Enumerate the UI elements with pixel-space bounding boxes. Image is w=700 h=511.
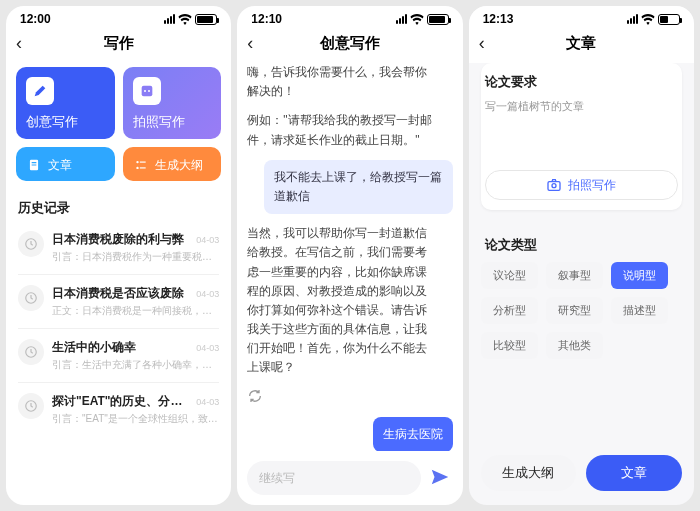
history-time: 04-03 <box>196 289 219 299</box>
svg-rect-8 <box>140 162 146 163</box>
page-title: 写作 <box>104 34 134 53</box>
chat-input[interactable]: 继续写 <box>247 461 420 495</box>
signal-icon <box>396 14 407 24</box>
header: ‹ 创意写作 <box>237 28 462 63</box>
type-chip[interactable]: 比较型 <box>481 332 538 359</box>
clock-icon <box>18 339 44 365</box>
card-article[interactable]: 文章 <box>16 147 115 181</box>
history-time: 04-03 <box>196 343 219 353</box>
clock: 12:10 <box>251 12 282 26</box>
type-chip[interactable]: 分析型 <box>481 297 538 324</box>
send-icon[interactable] <box>429 466 453 490</box>
requirements-card: 论文要求 写一篇植树节的文章 拍照写作 <box>481 63 682 210</box>
type-chip[interactable]: 说明型 <box>611 262 668 289</box>
wifi-icon <box>641 14 655 25</box>
user-message: 生病去医院 <box>373 417 453 451</box>
card-creative-writing[interactable]: 创意写作 <box>16 67 115 139</box>
history-time: 04-03 <box>196 397 219 407</box>
header: ‹ 文章 <box>469 28 694 63</box>
requirements-label: 论文要求 <box>485 73 678 91</box>
ai-icon <box>133 77 161 105</box>
card-label: 生成大纲 <box>155 157 203 174</box>
history-title: 日本消费税是否应该废除 <box>52 285 184 302</box>
screen-creative-chat: 12:10 ‹ 创意写作 嗨，告诉我你需要什么，我会帮你解决的！ 例如："请帮我… <box>237 6 462 505</box>
history-item[interactable]: 日本消费税废除的利与弊04-03 引言：日本消费税作为一种重要税收方式， <box>18 221 219 275</box>
screen-article-form: 12:13 ‹ 文章 论文要求 写一篇植树节的文章 拍照写作 论文类型 议论型 … <box>469 6 694 505</box>
svg-point-1 <box>144 90 146 92</box>
history-item[interactable]: 探讨"EAT"的历史、分布和使命04-03 引言："EAT"是一个全球性组织，致… <box>18 383 219 436</box>
history-title: 日本消费税废除的利与弊 <box>52 231 184 248</box>
battery-icon <box>427 14 449 25</box>
history-sub: 正文：日本消费税是一种间接税，对商品和 <box>52 304 219 318</box>
camera-icon <box>546 177 562 193</box>
history-list: 日本消费税废除的利与弊04-03 引言：日本消费税作为一种重要税收方式， 日本消… <box>6 221 231 436</box>
header: ‹ 写作 <box>6 28 231 63</box>
history-item[interactable]: 日本消费税是否应该废除04-03 正文：日本消费税是一种间接税，对商品和 <box>18 275 219 329</box>
battery-icon <box>195 14 217 25</box>
type-chip[interactable]: 其他类 <box>546 332 603 359</box>
svg-point-7 <box>136 167 138 169</box>
screen-writing-home: 12:00 ‹ 写作 创意写作 拍照写作 <box>6 6 231 505</box>
page-title: 创意写作 <box>320 34 380 53</box>
page-title: 文章 <box>566 34 596 53</box>
requirements-value[interactable]: 写一篇植树节的文章 <box>485 99 678 114</box>
signal-icon <box>627 14 638 24</box>
type-chip-group: 议论型 叙事型 说明型 分析型 研究型 描述型 比较型 其他类 <box>481 262 682 359</box>
card-label: 拍照写作 <box>133 113 212 131</box>
type-chip[interactable]: 议论型 <box>481 262 538 289</box>
wifi-icon <box>410 14 424 25</box>
clock-icon <box>18 231 44 257</box>
history-sub: 引言：生活中充满了各种小确幸，让我们感 <box>52 358 219 372</box>
status-bar: 12:00 <box>6 6 231 28</box>
battery-icon <box>658 14 680 25</box>
list-icon <box>133 157 149 173</box>
clock-icon <box>18 393 44 419</box>
card-outline[interactable]: 生成大纲 <box>123 147 222 181</box>
history-time: 04-03 <box>196 235 219 245</box>
history-heading: 历史记录 <box>6 189 231 221</box>
svg-point-15 <box>552 184 556 188</box>
footer-actions: 生成大纲 文章 <box>469 445 694 505</box>
regenerate-icon[interactable] <box>247 388 267 407</box>
svg-rect-0 <box>141 86 152 97</box>
type-heading: 论文类型 <box>481 222 682 262</box>
history-sub: 引言：日本消费税作为一种重要税收方式， <box>52 250 219 264</box>
history-title: 生活中的小确幸 <box>52 339 136 356</box>
card-label: 文章 <box>48 157 72 174</box>
back-icon[interactable]: ‹ <box>247 33 253 54</box>
svg-point-2 <box>148 90 150 92</box>
back-icon[interactable]: ‹ <box>16 33 22 54</box>
card-photo-writing[interactable]: 拍照写作 <box>123 67 222 139</box>
history-item[interactable]: 生活中的小确幸04-03 引言：生活中充满了各种小确幸，让我们感 <box>18 329 219 383</box>
pencil-icon <box>26 77 54 105</box>
document-icon <box>26 157 42 173</box>
ai-message: 当然，我可以帮助你写一封道歉信给教授。在写信之前，我们需要考虑一些重要的内容，比… <box>247 224 436 378</box>
card-label: 创意写作 <box>26 113 105 131</box>
chat-input-bar: 继续写 <box>237 451 462 505</box>
svg-point-6 <box>136 161 138 163</box>
history-title: 探讨"EAT"的历史、分布和使命 <box>52 393 192 410</box>
ai-example: 例如："请帮我给我的教授写一封邮件，请求延长作业的截止日期。" <box>247 111 436 149</box>
photo-write-button[interactable]: 拍照写作 <box>485 170 678 200</box>
signal-icon <box>164 14 175 24</box>
clock-icon <box>18 285 44 311</box>
type-chip[interactable]: 研究型 <box>546 297 603 324</box>
back-icon[interactable]: ‹ <box>479 33 485 54</box>
clock: 12:13 <box>483 12 514 26</box>
svg-rect-9 <box>140 167 146 168</box>
photo-write-label: 拍照写作 <box>568 177 616 194</box>
type-chip[interactable]: 描述型 <box>611 297 668 324</box>
generate-article-button[interactable]: 文章 <box>586 455 682 491</box>
clock: 12:00 <box>20 12 51 26</box>
status-bar: 12:10 <box>237 6 462 28</box>
type-chip[interactable]: 叙事型 <box>546 262 603 289</box>
user-message: 我不能去上课了，给教授写一篇道歉信 <box>264 160 453 214</box>
ai-message: 嗨，告诉我你需要什么，我会帮你解决的！ <box>247 63 436 101</box>
history-sub: 引言："EAT"是一个全球性组织，致力于推 <box>52 412 219 426</box>
wifi-icon <box>178 14 192 25</box>
generate-outline-button[interactable]: 生成大纲 <box>481 455 577 491</box>
status-bar: 12:13 <box>469 6 694 28</box>
svg-rect-14 <box>548 182 560 191</box>
